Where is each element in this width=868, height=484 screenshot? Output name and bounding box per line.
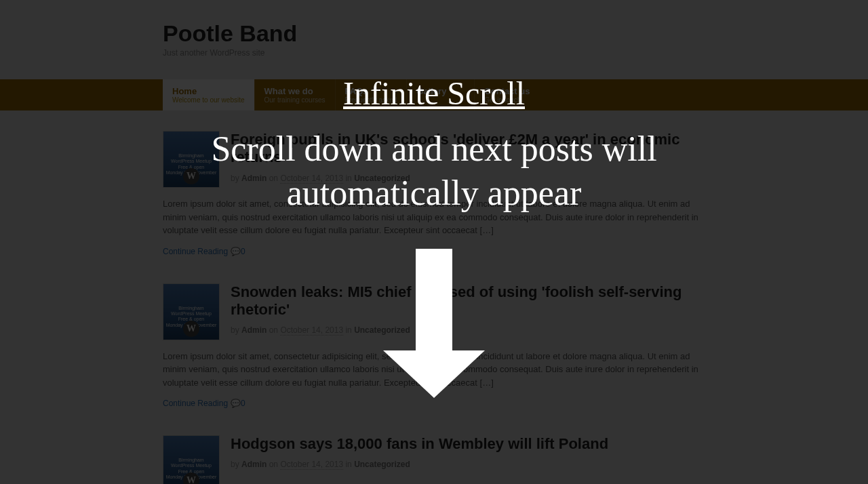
feature-overlay: Infinite Scroll Scroll down and next pos… (0, 0, 868, 484)
arrow-down-icon (383, 249, 485, 398)
overlay-description: Scroll down and next posts will automati… (136, 127, 732, 215)
overlay-title: Infinite Scroll (343, 75, 525, 112)
